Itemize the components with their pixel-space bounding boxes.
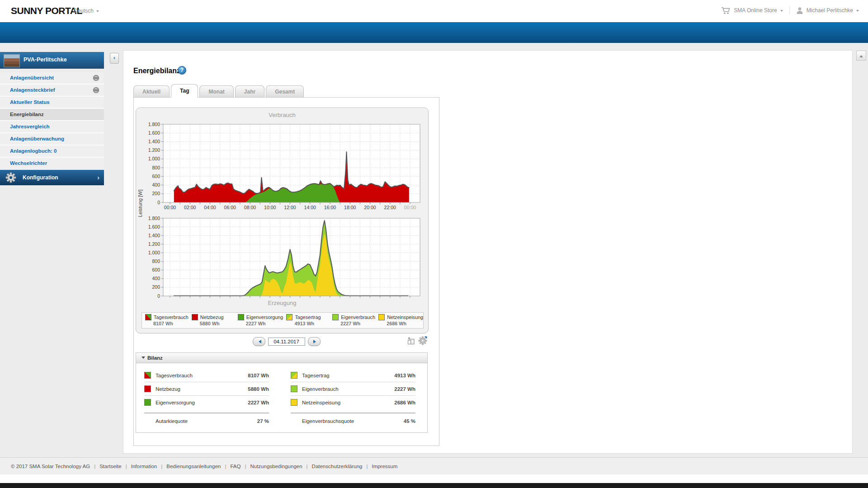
panel-collapse-button[interactable]: ‹ xyxy=(110,53,119,64)
sidebar-item-anlagensteckbrief[interactable]: Anlagensteckbrief xyxy=(0,84,104,96)
scroll-up-button[interactable] xyxy=(856,51,866,61)
footer-separator: | xyxy=(225,464,226,469)
footer-link-nutzungsbedingungen[interactable]: Nutzungsbedingungen xyxy=(250,464,302,469)
svg-text:10:00: 10:00 xyxy=(264,205,276,210)
bilanz-label: Eigenverbrauch xyxy=(302,386,394,392)
chevron-down-icon xyxy=(780,10,783,13)
footer-separator: | xyxy=(161,464,162,469)
settings-gear-icon[interactable] xyxy=(418,336,427,347)
language-selector[interactable]: Deutsch xyxy=(74,8,99,14)
sidebar-item-anlagenlogbuch-0[interactable]: Anlagenlogbuch: 0 xyxy=(0,145,104,157)
bilanz-body: Tagesverbrauch8107 WhNetzbezug5880 WhEig… xyxy=(136,363,427,429)
svg-text:02:00: 02:00 xyxy=(184,205,196,210)
export-icon[interactable] xyxy=(407,336,415,347)
bottom-white-band xyxy=(0,474,868,483)
legend-label: Tagesverbrauch xyxy=(154,314,189,320)
svg-text:00:00: 00:00 xyxy=(164,205,176,210)
footer-link-impressum[interactable]: Impressum xyxy=(372,464,397,469)
legend-label: Eigenverbrauch xyxy=(341,314,375,320)
sidebar-item-anlagen-bersicht[interactable]: Anlagenübersicht xyxy=(0,72,104,84)
bilanz-swatch xyxy=(291,399,297,406)
bilanz-value: 5880 Wh xyxy=(248,386,269,392)
sidebar-item-anlagen-berwachung[interactable]: Anlagenüberwachung xyxy=(0,133,104,145)
footer-link-startseite[interactable]: Startseite xyxy=(99,464,122,469)
globe-icon xyxy=(93,87,99,94)
plant-header[interactable]: PVA-Perlitschke xyxy=(0,52,104,69)
tab-tag[interactable]: Tag xyxy=(171,84,198,98)
sidebar-item-aktueller-status[interactable]: Aktueller Status xyxy=(0,97,104,108)
collapse-triangle-icon xyxy=(142,357,145,361)
bilanz-quote-row: Autarkiequote27 % xyxy=(144,413,269,429)
divider xyxy=(789,6,790,14)
date-input[interactable] xyxy=(268,338,305,346)
svg-text:16:00: 16:00 xyxy=(324,205,336,210)
sidebar-item-wechselrichter[interactable]: Wechselrichter xyxy=(0,158,104,169)
svg-text:200: 200 xyxy=(152,191,160,196)
next-day-button[interactable] xyxy=(308,337,321,346)
sidebar-item-label: Anlagenlogbuch: 0 xyxy=(10,148,57,154)
legend-item-head: Netzbezug xyxy=(192,314,235,320)
footer-separator: | xyxy=(245,464,246,469)
legend-label: Tagesertrag xyxy=(295,314,321,320)
help-icon[interactable]: ? xyxy=(178,66,186,75)
sidebar-item-label: Wechselrichter xyxy=(10,160,47,166)
svg-text:14:00: 14:00 xyxy=(304,205,316,210)
sidebar-item-konfiguration[interactable]: Konfiguration › xyxy=(0,170,104,185)
footer-separator: | xyxy=(126,464,127,469)
tab-monat[interactable]: Monat xyxy=(199,85,233,98)
footer-link-information[interactable]: Information xyxy=(131,464,157,469)
legend-value: 2227 Wh xyxy=(246,321,283,326)
chart-card: Verbrauch 02004006008001.0001.2001.4001.… xyxy=(136,108,429,333)
svg-text:18:00: 18:00 xyxy=(344,205,356,210)
svg-text:06:00: 06:00 xyxy=(224,205,236,210)
chart-tools xyxy=(407,336,427,347)
bilanz-quote-label: Eigenverbrauchsquote xyxy=(302,418,404,424)
footer-link-faq[interactable]: FAQ xyxy=(230,464,241,469)
bilanz-label: Tagesertrag xyxy=(302,373,394,378)
bilanz-row: Eigenversorgung2227 Wh xyxy=(144,396,269,409)
tab-content: Verbrauch 02004006008001.0001.2001.4001.… xyxy=(133,97,439,446)
plant-name: PVA-Perlitschke xyxy=(24,56,67,63)
legend-swatch xyxy=(192,314,198,320)
footer-links: |Startseite|Information|Bedienungsanleit… xyxy=(90,464,397,469)
svg-text:1.200: 1.200 xyxy=(148,147,160,153)
previous-day-button[interactable] xyxy=(253,337,265,346)
bilanz-header[interactable]: Bilanz xyxy=(136,353,427,363)
chevron-right-icon: › xyxy=(97,170,99,185)
legend-value: 2227 Wh xyxy=(340,321,375,326)
svg-text:1.800: 1.800 xyxy=(148,122,160,127)
svg-text:1.000: 1.000 xyxy=(148,156,160,161)
chevron-down-icon xyxy=(856,10,859,13)
tab-gesamt[interactable]: Gesamt xyxy=(266,85,304,98)
svg-text:800: 800 xyxy=(152,165,160,170)
sidebar-item-label: Anlagenüberwachung xyxy=(10,136,64,141)
tab-aktuell[interactable]: Aktuell xyxy=(133,85,170,98)
bilanz-quote-value: 27 % xyxy=(257,418,269,424)
bilanz-row: Tagesverbrauch8107 Wh xyxy=(144,369,269,382)
chevron-down-icon xyxy=(96,10,99,14)
legend-value: 4913 Wh xyxy=(294,321,329,326)
svg-text:08:00: 08:00 xyxy=(244,205,256,210)
main-panel: Energiebilanz ? AktuellTagMonatJahrGesam… xyxy=(123,50,853,454)
date-navigation xyxy=(134,337,439,346)
bilanz-card: Bilanz Tagesverbrauch8107 WhNetzbezug588… xyxy=(136,352,428,433)
bilanz-row: Netzeinspeisung2686 Wh xyxy=(291,396,415,409)
svg-text:0: 0 xyxy=(157,293,160,299)
legend-item: Tagesverbrauch8107 Wh xyxy=(142,313,189,328)
footer-link-bedienungsanleitungen[interactable]: Bedienungsanleitungen xyxy=(166,464,221,469)
bilanz-col-right: Tagesertrag4913 WhEigenverbrauch2227 WhN… xyxy=(291,369,415,429)
language-label: Deutsch xyxy=(74,8,94,14)
sidebar-item-jahresvergleich[interactable]: Jahresvergleich xyxy=(0,121,104,132)
bilanz-value: 8107 Wh xyxy=(248,373,269,378)
svg-text:1.600: 1.600 xyxy=(148,224,160,230)
tab-jahr[interactable]: Jahr xyxy=(235,85,264,98)
erzeugung-chart: 02004006008001.0001.2001.4001.6001.800 xyxy=(137,214,426,299)
gear-icon xyxy=(5,172,16,183)
sidebar-item-energiebilanz[interactable]: Energiebilanz xyxy=(0,109,104,120)
legend-swatch xyxy=(378,314,385,320)
svg-text:1.600: 1.600 xyxy=(148,130,160,136)
footer-link-datenschutzerkl-rung[interactable]: Datenschutzerklärung xyxy=(312,464,363,469)
user-menu[interactable]: Michael Perlitschke xyxy=(796,7,859,14)
verbrauch-chart: 02004006008001.0001.2001.4001.6001.80000… xyxy=(137,120,426,214)
store-menu[interactable]: SMA Online Store xyxy=(721,7,783,14)
